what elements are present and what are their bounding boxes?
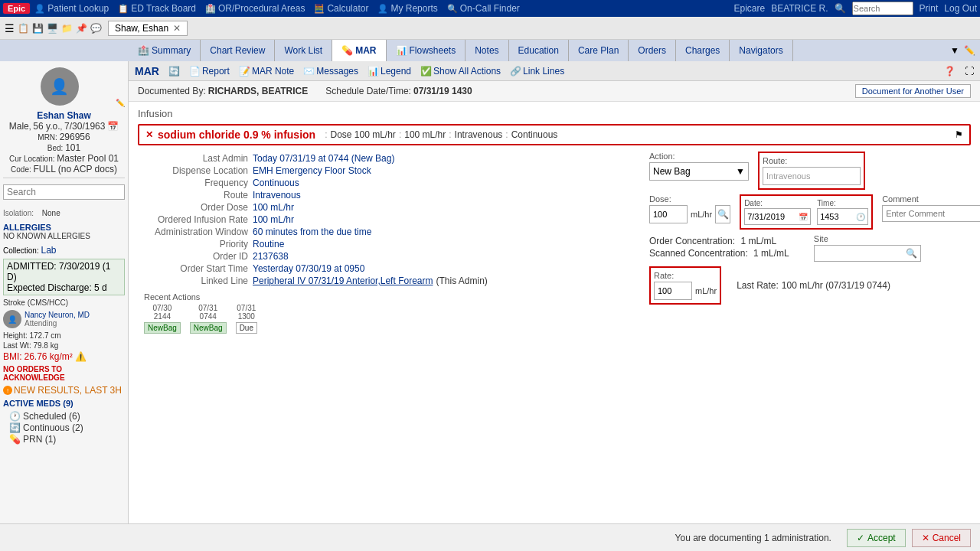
mar-note-btn[interactable]: 📝 MAR Note bbox=[239, 66, 294, 77]
tab-chart-review[interactable]: Chart Review bbox=[201, 40, 275, 61]
main-layout: 👤 ✏️ Eshan Shaw Male, 56 y.o., 7/30/1963… bbox=[0, 61, 980, 523]
rate-row: mL/hr bbox=[654, 282, 717, 300]
edit-patient-icon[interactable]: ✏️ bbox=[116, 99, 125, 107]
conc-box: Order Concentration: 1 mL/mL Scanned Con… bbox=[649, 234, 789, 260]
prn-meds[interactable]: 💊 PRN (1) bbox=[9, 434, 125, 445]
dose-box: Dose: mL/hr 🔍 bbox=[649, 194, 730, 230]
action-box: Action: New Bag ▼ bbox=[649, 152, 749, 190]
documented-by-label: Documented By: bbox=[138, 86, 206, 96]
tab-orders[interactable]: Orders bbox=[629, 40, 676, 61]
comment-input[interactable] bbox=[882, 205, 980, 222]
toolbar-icon-6[interactable]: 📌 bbox=[76, 23, 87, 34]
rate-box: Rate: mL/hr bbox=[649, 266, 721, 305]
tab-settings-icon[interactable]: ✏️ bbox=[964, 45, 975, 56]
ra-col3-badge[interactable]: Due bbox=[236, 322, 257, 334]
time-clock-icon[interactable]: 🕐 bbox=[856, 213, 865, 221]
toolbar-icon-3[interactable]: 💾 bbox=[32, 23, 44, 34]
scheduled-meds[interactable]: 🕐 Scheduled (6) bbox=[9, 411, 125, 422]
time-label: Time: bbox=[817, 199, 868, 207]
patient-lookup-btn[interactable]: 👤 Patient Lookup bbox=[34, 3, 109, 14]
ra-col-1: 07/30 2144 NewBag bbox=[144, 304, 181, 334]
my-reports-btn[interactable]: 👤 My Reports bbox=[377, 3, 437, 14]
tab-notes[interactable]: Notes bbox=[466, 40, 508, 61]
tab-flowsheets[interactable]: 📊 Flowsheets bbox=[387, 40, 466, 61]
allergies-section: ALLERGIES NO KNOWN ALLERGIES bbox=[3, 223, 125, 240]
bottom-message: You are documenting 1 administration. bbox=[675, 533, 831, 543]
action-route-row: Action: New Bag ▼ Route: bbox=[649, 152, 971, 190]
admitted-text: ADMITTED: 7/30/2019 (1 D) bbox=[7, 261, 121, 282]
tab-mar[interactable]: 💊 MAR bbox=[332, 40, 386, 61]
link-lines-btn[interactable]: 🔗 Link Lines bbox=[510, 66, 564, 77]
patient-location: Cur Location: Master Pool 01 bbox=[3, 153, 125, 164]
second-bar: ☰ 📋 💾 🖥️ 📁 📌 💬 Shaw, Eshan ✕ bbox=[0, 17, 980, 40]
ra-col1-time: 2144 bbox=[144, 312, 181, 321]
linked-line-value[interactable]: Peripheral IV 07/31/19 Anterior,Left For… bbox=[253, 276, 433, 286]
logout-btn[interactable]: Log Out bbox=[944, 3, 977, 14]
mar-refresh-icon[interactable]: 🔄 bbox=[168, 66, 180, 77]
rate-input[interactable] bbox=[654, 282, 692, 300]
admitted-box: ADMITTED: 7/30/2019 (1 D) Expected Disch… bbox=[3, 259, 125, 295]
drug-close-btn[interactable]: ✕ bbox=[145, 129, 153, 140]
action-select-value: New Bag bbox=[653, 166, 691, 177]
toolbar-icon-1[interactable]: ☰ bbox=[5, 22, 15, 34]
attending-avatar: 👤 bbox=[3, 310, 21, 328]
doc-for-another-user-btn[interactable]: Document for Another User bbox=[855, 84, 971, 98]
tab-care-plan[interactable]: Care Plan bbox=[569, 40, 629, 61]
route-input[interactable] bbox=[763, 167, 861, 185]
ed-track-board-btn[interactable]: 📋 ED Track Board bbox=[118, 3, 196, 14]
messages-btn[interactable]: ✉️ Messages bbox=[303, 66, 358, 77]
tab-arrow-down-icon[interactable]: ▼ bbox=[950, 45, 959, 56]
mar-help-icon[interactable]: ❓ bbox=[944, 66, 956, 77]
sidebar-search-input[interactable] bbox=[3, 184, 125, 200]
tab-work-list[interactable]: Work List bbox=[275, 40, 332, 61]
tab-education[interactable]: Education bbox=[509, 40, 569, 61]
tab-charges[interactable]: Charges bbox=[676, 40, 730, 61]
admin-window-value: 60 minutes from the due time bbox=[253, 227, 371, 237]
on-call-finder-btn[interactable]: 🔍 On-Call Finder bbox=[447, 3, 520, 14]
date-calendar-icon[interactable]: 📅 bbox=[799, 213, 808, 221]
calculator-btn[interactable]: 🧮 Calculator bbox=[314, 3, 368, 14]
cancel-button[interactable]: ✕ Cancel bbox=[912, 529, 971, 547]
action-select[interactable]: New Bag ▼ bbox=[649, 162, 749, 181]
ra-col-3: 07/31 1300 Due bbox=[236, 304, 257, 334]
comment-label: Comment bbox=[882, 194, 980, 204]
show-all-actions-btn[interactable]: ✅ Show All Actions bbox=[420, 66, 501, 77]
toolbar-icon-4[interactable]: 🖥️ bbox=[47, 23, 58, 34]
toolbar-icon-7[interactable]: 💬 bbox=[90, 23, 102, 34]
dose-input[interactable] bbox=[649, 205, 688, 223]
date-input[interactable] bbox=[747, 212, 797, 221]
patient-bed: Bed: 101 bbox=[3, 142, 125, 153]
tab-summary[interactable]: 🏥 Summary bbox=[129, 40, 201, 61]
mar-toolbar: MAR 🔄 📄 Report 📝 MAR Note ✉️ Messages 📊 … bbox=[129, 61, 980, 81]
toolbar-icon-5[interactable]: 📁 bbox=[61, 23, 73, 34]
print-btn[interactable]: Print bbox=[920, 3, 939, 14]
toolbar-icon-2[interactable]: 📋 bbox=[18, 23, 29, 34]
epic-logo[interactable]: Epic bbox=[3, 3, 30, 14]
tab-navigators[interactable]: Navigators bbox=[730, 40, 792, 61]
search-input[interactable] bbox=[852, 2, 913, 15]
isolation-section: Isolation: None bbox=[3, 207, 125, 218]
close-tab-icon[interactable]: ✕ bbox=[173, 23, 181, 34]
search-icon[interactable]: 🔍 bbox=[835, 3, 846, 14]
ra-col1-badge[interactable]: NewBag bbox=[144, 322, 181, 334]
time-input[interactable] bbox=[820, 212, 854, 221]
report-btn[interactable]: 📄 Report bbox=[189, 66, 230, 77]
ra-col2-time: 0744 bbox=[190, 312, 227, 321]
dose-search-icon[interactable]: 🔍 bbox=[715, 205, 730, 223]
site-search-icon[interactable]: 🔍 bbox=[906, 248, 917, 259]
or-procedural-areas-btn[interactable]: 🏥 OR/Procedural Areas bbox=[205, 3, 305, 14]
accept-check-icon: ✓ bbox=[857, 533, 864, 543]
drug-flag-icon[interactable]: ⚑ bbox=[955, 129, 963, 140]
priority-row: Priority Routine bbox=[138, 239, 634, 249]
legend-btn[interactable]: 📊 Legend bbox=[368, 66, 411, 77]
section-header: Infusion bbox=[138, 108, 971, 119]
height-info: Height: 172.7 cm bbox=[3, 331, 125, 340]
messages-icon: ✉️ bbox=[303, 66, 315, 77]
mar-maximize-icon[interactable]: ⛶ bbox=[965, 66, 974, 77]
patient-tab[interactable]: Shaw, Eshan ✕ bbox=[108, 21, 188, 36]
accept-button[interactable]: ✓ Accept bbox=[847, 529, 906, 547]
main-area: MAR 🔄 📄 Report 📝 MAR Note ✉️ Messages 📊 … bbox=[129, 61, 980, 523]
continuous-meds[interactable]: 🔄 Continuous (2) bbox=[9, 422, 125, 433]
ra-col2-badge[interactable]: NewBag bbox=[190, 322, 227, 334]
ra-col2-date: 07/31 bbox=[190, 304, 227, 312]
